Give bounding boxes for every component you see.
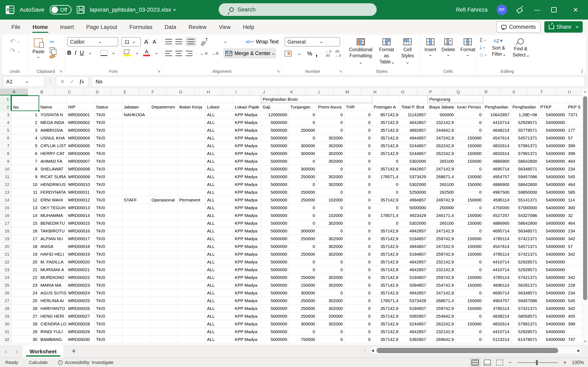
cell[interactable]: ALL (206, 258, 233, 266)
comma-button[interactable]: , (315, 49, 318, 58)
cancel-entry-button[interactable]: ✕ (60, 78, 65, 85)
cell[interactable]: 268671,4 (428, 297, 456, 304)
cell[interactable]: ALL (206, 134, 233, 142)
align-left-button[interactable] (165, 51, 172, 56)
cell[interactable]: TK/0 (95, 266, 122, 273)
cell[interactable]: 52928571 (511, 119, 539, 126)
cell[interactable] (150, 165, 178, 173)
scroll-right-icon[interactable]: ▶ (576, 348, 582, 353)
cell[interactable]: 265100 (428, 181, 456, 188)
cell[interactable]: 4642857 (400, 119, 428, 126)
search-bar[interactable]: Search (219, 3, 377, 16)
chevron-down-icon[interactable] (89, 52, 91, 54)
font-name-select[interactable]: Calibri (67, 37, 118, 47)
cell[interactable]: 0 (372, 219, 400, 227)
orientation-button[interactable]: ab↗ (199, 36, 210, 47)
fill-button[interactable]: ⤓ ˅ (480, 44, 486, 50)
cell[interactable]: 0 (317, 289, 345, 297)
row-header-13[interactable]: 13 (0, 188, 11, 196)
cell[interactable]: 262242,9 (428, 150, 456, 157)
cell[interactable]: 0 (289, 181, 317, 188)
cell[interactable]: MRD00021 (67, 266, 95, 273)
cell[interactable] (150, 250, 178, 258)
cell[interactable]: 0 (345, 173, 372, 180)
cell[interactable]: ALL (206, 328, 233, 335)
cell[interactable]: 228 (567, 281, 582, 289)
row-header-28[interactable]: 28 (0, 305, 11, 312)
cell[interactable]: 357142,9 (372, 320, 400, 328)
cell[interactable]: Iuran Pensiu (456, 103, 483, 111)
cell[interactable]: 357142,9 (372, 336, 400, 343)
cell[interactable]: ALL (206, 250, 233, 258)
cut-icon[interactable]: ✂ (50, 39, 55, 45)
cell[interactable]: ALL (206, 111, 233, 118)
cell[interactable]: BENEDIKTU (39, 219, 67, 227)
cell[interactable]: 4785114 (483, 250, 511, 258)
cell[interactable]: 0 (456, 227, 483, 235)
cell[interactable]: Ikatan Kerja (178, 103, 206, 111)
row-header-14[interactable]: 14 (0, 196, 11, 204)
cell[interactable]: ALL (206, 219, 233, 227)
cell[interactable]: 4886900 (483, 219, 511, 227)
cell[interactable]: Status (95, 103, 122, 111)
cell[interactable]: KPP Madya (233, 336, 261, 343)
cell[interactable]: 0 (372, 157, 400, 165)
cell[interactable]: Permanent (178, 196, 206, 204)
column-header-E[interactable]: E (111, 89, 139, 95)
column-header-I[interactable]: I (222, 89, 250, 95)
cell[interactable] (122, 150, 150, 157)
format-as-table-button[interactable]: Format asTable (375, 37, 398, 66)
cell[interactable]: MRD00017 (67, 235, 95, 242)
cell[interactable]: 5000000 (400, 204, 428, 211)
next-sheet-button[interactable]: › (11, 347, 22, 355)
cell[interactable]: ALPIAN NU (39, 235, 67, 242)
close-button[interactable]: ✕ (571, 6, 581, 13)
drag-handle-icon[interactable]: ⋮ (48, 79, 53, 84)
cell[interactable]: MRD00028 (67, 320, 95, 328)
cell[interactable]: 55778571 (511, 126, 539, 134)
cell[interactable]: 0 (317, 328, 345, 335)
format-cells-button[interactable]: Format (458, 37, 477, 57)
cell[interactable] (178, 227, 206, 235)
cell[interactable] (400, 95, 428, 103)
cell[interactable]: 5000000 (261, 274, 289, 281)
cell[interactable]: 259742,9 (428, 305, 456, 312)
cell[interactable] (150, 312, 178, 320)
cell[interactable]: 4642857 (400, 328, 428, 335)
cell[interactable]: MRD00019 (67, 250, 95, 258)
cell[interactable]: 4 (11, 134, 39, 142)
cell[interactable]: 300000 (289, 150, 317, 157)
cell[interactable]: 0 (456, 336, 483, 343)
cell[interactable]: 0 (345, 165, 372, 173)
row-header-31[interactable]: 31 (0, 328, 11, 335)
cell[interactable]: 0 (289, 134, 317, 142)
share-button[interactable]: Share (544, 21, 583, 33)
cell[interactable]: 5000000 (261, 297, 289, 304)
cell[interactable]: 54000000 (539, 266, 567, 273)
cell[interactable]: 150000 (456, 235, 483, 242)
cell[interactable] (150, 204, 178, 211)
column-header-H[interactable]: H (195, 89, 222, 95)
cell[interactable]: 0 (317, 111, 345, 118)
cell[interactable]: MRD00027 (67, 312, 95, 320)
cell[interactable]: KPP Madya (233, 320, 261, 328)
cell[interactable]: 5244857 (400, 320, 428, 328)
cell[interactable]: 0 (372, 188, 400, 196)
cell[interactable]: 357142,9 (372, 258, 400, 266)
cell[interactable]: 55141371 (511, 196, 539, 204)
cell[interactable]: 0 (317, 336, 345, 343)
page-layout-view-button[interactable] (484, 360, 491, 365)
cell[interactable]: MRD00014 (67, 212, 95, 219)
document-title[interactable]: laporan_pphbulan_03-2023.xlsx (90, 7, 176, 13)
cell[interactable]: Operasional (150, 196, 178, 204)
cell[interactable] (178, 126, 206, 134)
cell[interactable]: MRD00010 (67, 181, 95, 188)
cell[interactable] (150, 258, 178, 266)
cell[interactable]: 5000000 (261, 266, 289, 273)
restore-button[interactable] (551, 7, 562, 12)
cell[interactable]: 54000000 (539, 204, 567, 211)
cell[interactable]: MRD00007 (67, 157, 95, 165)
autosum-button[interactable]: Σ ˅ (480, 37, 486, 43)
cell[interactable]: 150000 (456, 212, 483, 219)
accounting-format-button[interactable] (285, 51, 292, 57)
